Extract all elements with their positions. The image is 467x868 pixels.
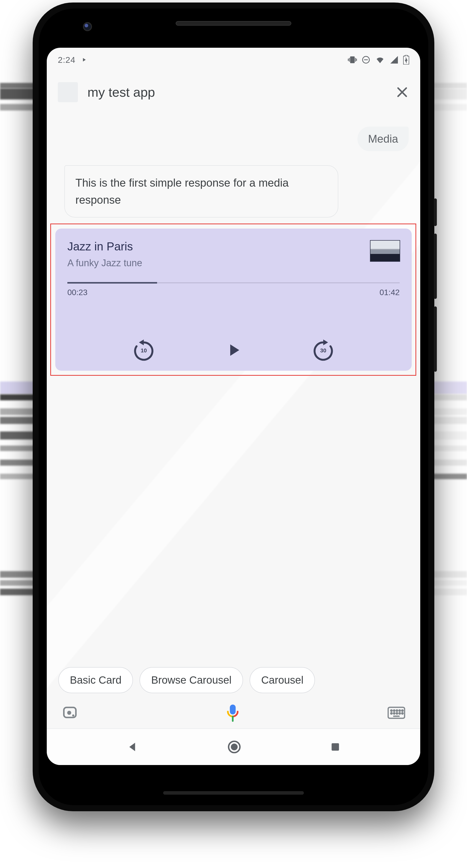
- svg-rect-19: [393, 716, 400, 717]
- svg-point-12: [399, 710, 400, 711]
- media-controls: 10 30: [55, 339, 412, 362]
- svg-point-6: [72, 714, 75, 717]
- suggestion-chip-carousel[interactable]: Carousel: [250, 667, 315, 693]
- svg-rect-22: [331, 743, 339, 750]
- media-title: Jazz in Paris: [67, 240, 400, 253]
- user-message-bubble: Media: [357, 127, 409, 151]
- suggestion-chip-basic-card[interactable]: Basic Card: [58, 667, 133, 693]
- do-not-disturb-icon: [361, 55, 371, 64]
- media-thumbnail: [370, 240, 400, 262]
- close-button[interactable]: [395, 85, 409, 99]
- phone-volume-down: [434, 306, 437, 372]
- media-progress: 00:23 01:42: [67, 282, 400, 297]
- mic-icon[interactable]: [223, 703, 242, 722]
- wifi-icon: [375, 55, 385, 64]
- svg-point-17: [399, 713, 400, 714]
- status-bar: 2:24: [47, 48, 420, 72]
- bot-message-bubble: This is the first simple response for a …: [64, 165, 338, 217]
- svg-point-16: [396, 713, 398, 714]
- assistant-input-row: [47, 698, 420, 728]
- phone-front-camera: [83, 22, 92, 31]
- phone-volume-up: [434, 234, 437, 299]
- svg-point-21: [231, 744, 237, 750]
- nav-home-button[interactable]: [228, 740, 241, 754]
- media-response-card: Jazz in Paris A funky Jazz tune 00:23 01…: [55, 228, 412, 371]
- rewind-10-button[interactable]: 10: [132, 339, 155, 362]
- media-elapsed-time: 00:23: [67, 288, 87, 297]
- phone-power-button: [434, 198, 437, 226]
- app-title: my test app: [87, 85, 155, 100]
- phone-frame: 2:24 my test app: [33, 2, 434, 811]
- lens-icon[interactable]: [62, 705, 78, 721]
- svg-point-9: [390, 710, 392, 711]
- screen: 2:24 my test app: [47, 48, 420, 765]
- svg-point-11: [396, 710, 398, 711]
- battery-charging-icon: [403, 55, 409, 65]
- suggestion-chips: Basic Card Browse Carousel Carousel: [47, 667, 420, 693]
- cellular-signal-icon: [389, 55, 399, 64]
- phone-earpiece: [176, 21, 291, 26]
- suggestion-chip-browse-carousel[interactable]: Browse Carousel: [140, 667, 243, 693]
- phone-bottom-speaker: [163, 791, 304, 795]
- svg-point-14: [390, 713, 392, 714]
- app-header: my test app: [47, 76, 420, 108]
- svg-point-18: [402, 713, 403, 714]
- media-total-time: 01:42: [380, 288, 400, 297]
- forward-30-button[interactable]: 30: [312, 339, 335, 362]
- forward-seconds-label: 30: [320, 347, 326, 354]
- status-clock: 2:24: [58, 55, 76, 65]
- svg-point-13: [402, 710, 403, 711]
- media-progress-track[interactable]: [67, 282, 400, 283]
- svg-point-10: [393, 710, 395, 711]
- keyboard-icon[interactable]: [387, 706, 405, 719]
- nav-back-button[interactable]: [126, 741, 139, 753]
- media-subtitle: A funky Jazz tune: [67, 258, 400, 269]
- rewind-seconds-label: 10: [141, 347, 147, 354]
- media-playing-icon: [81, 57, 87, 63]
- vibrate-icon: [348, 55, 357, 64]
- play-button[interactable]: [224, 340, 243, 360]
- nav-recents-button[interactable]: [330, 741, 341, 752]
- svg-point-15: [393, 713, 395, 714]
- media-progress-fill: [67, 282, 157, 284]
- svg-point-5: [67, 711, 71, 715]
- system-nav-bar: [47, 729, 420, 765]
- app-icon: [58, 82, 78, 102]
